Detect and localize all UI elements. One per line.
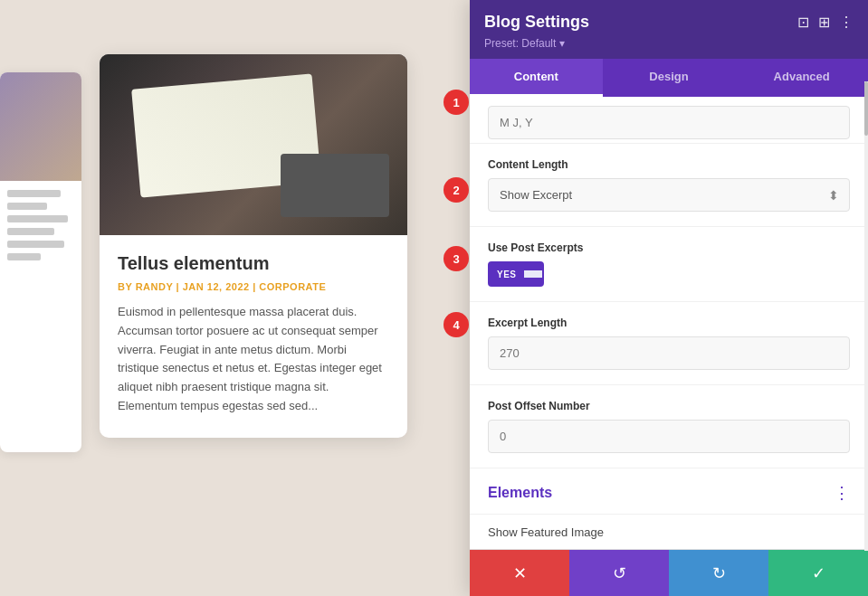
blog-card-partial — [0, 72, 81, 452]
expand-icon[interactable]: ⊡ — [797, 14, 809, 31]
save-icon: ✓ — [812, 563, 825, 583]
content-length-select[interactable]: Show Excerpt Show Full Content — [488, 178, 850, 212]
content-length-section: Content Length Show Excerpt Show Full Co… — [470, 144, 868, 227]
tab-content[interactable]: Content — [470, 59, 603, 97]
content-length-select-wrapper: Show Excerpt Show Full Content — [488, 178, 850, 212]
toggle-no-label — [524, 270, 542, 278]
save-button[interactable]: ✓ — [768, 550, 868, 596]
undo-button[interactable]: ↺ — [569, 550, 669, 596]
date-field-group — [470, 97, 868, 144]
redo-button[interactable]: ↻ — [669, 550, 768, 596]
blog-card-body: Euismod in pellentesque massa placerat d… — [118, 303, 389, 416]
excerpt-length-input[interactable] — [488, 336, 850, 370]
panel-body: Content Length Show Excerpt Show Full Co… — [470, 97, 868, 549]
tab-advanced[interactable]: Advanced — [735, 59, 868, 97]
scroll-track — [864, 81, 868, 551]
post-offset-input[interactable] — [488, 420, 850, 453]
date-input[interactable] — [488, 106, 850, 139]
blog-card-meta: BY RANDY | JAN 12, 2022 | CORPORATE — [118, 281, 389, 292]
scroll-thumb[interactable] — [864, 81, 868, 136]
elements-header: Elements ⋮ — [470, 468, 868, 514]
blog-background: Tellus elementum BY RANDY | JAN 12, 2022… — [0, 0, 434, 596]
post-offset-label: Post Offset Number — [488, 400, 850, 412]
step-3-indicator: 3 — [444, 246, 469, 271]
panel-title: Blog Settings — [484, 13, 589, 32]
elements-title: Elements — [488, 485, 552, 501]
toggle-switch[interactable]: YES — [488, 261, 544, 287]
blog-card-title: Tellus elementum — [118, 253, 389, 274]
use-post-excerpts-section: Use Post Excerpts YES — [470, 227, 868, 302]
show-featured-image-row[interactable]: Show Featured Image — [470, 514, 868, 549]
content-length-label: Content Length — [488, 158, 850, 171]
step-4-indicator: 4 — [444, 312, 469, 337]
step-2-indicator: 2 — [444, 177, 469, 203]
elements-menu-icon[interactable]: ⋮ — [834, 483, 850, 503]
blog-card-content: Tellus elementum BY RANDY | JAN 12, 2022… — [100, 235, 407, 438]
panel-header-icons: ⊡ ⊞ ⋮ — [797, 14, 854, 31]
post-offset-section: Post Offset Number — [470, 385, 868, 468]
toggle-yes-label: YES — [490, 266, 524, 283]
settings-panel: Blog Settings ⊡ ⊞ ⋮ Preset: Default Cont… — [470, 0, 868, 596]
partial-card-image — [0, 72, 81, 181]
panel-preset[interactable]: Preset: Default — [484, 37, 854, 50]
toggle-container: YES — [488, 261, 850, 287]
panel-tabs: Content Design Advanced — [470, 59, 868, 97]
use-post-excerpts-label: Use Post Excerpts — [488, 241, 850, 254]
columns-icon[interactable]: ⊞ — [818, 14, 830, 31]
blog-card-main: Tellus elementum BY RANDY | JAN 12, 2022… — [100, 54, 407, 438]
cancel-button[interactable]: ✕ — [470, 550, 569, 596]
blog-card-image — [100, 54, 407, 235]
undo-icon: ↺ — [613, 563, 626, 583]
excerpt-length-label: Excerpt Length — [488, 317, 850, 329]
step-1-indicator: 1 — [444, 90, 469, 115]
redo-icon: ↻ — [712, 563, 726, 583]
panel-header-top: Blog Settings ⊡ ⊞ ⋮ — [484, 13, 854, 32]
cancel-icon: ✕ — [513, 563, 527, 583]
excerpt-length-section: Excerpt Length — [470, 302, 868, 385]
panel-header: Blog Settings ⊡ ⊞ ⋮ Preset: Default — [470, 0, 868, 59]
partial-card-text — [0, 181, 81, 275]
panel-toolbar: ✕ ↺ ↻ ✓ — [470, 549, 868, 596]
tab-design[interactable]: Design — [603, 59, 736, 97]
more-icon[interactable]: ⋮ — [839, 14, 854, 31]
